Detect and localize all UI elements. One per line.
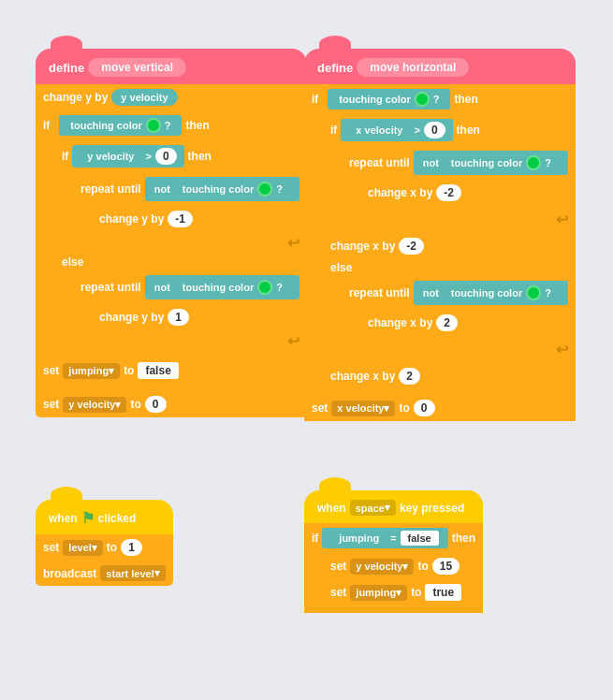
change-x-pos2b-block[interactable]: change x by 2 [323,363,576,389]
true-input[interactable]: true [425,584,461,601]
repeat-label2: repeat until [80,281,141,294]
repeat-row-r2: repeat until not touching color ? [342,276,576,310]
pos2b-input[interactable]: 2 [399,368,420,385]
set-jumping-true-block[interactable]: set jumping to true [323,579,483,605]
repeat-until-r1[interactable]: repeat until not touching color ? [342,146,576,233]
color-dot1[interactable] [146,118,161,133]
change-x-neg2b-block[interactable]: change x by -2 [323,233,576,259]
else-label-r: else [323,259,576,276]
if-jumping-false-block[interactable]: if jumping = false then set y velocity t… [304,523,483,613]
when-clicked-hat[interactable]: when ⚑ clicked [36,500,173,534]
zero2-input[interactable]: 0 [145,396,167,413]
touching-label3: touching color [182,282,254,293]
when-space-group: when space key pressed if jumping = fals… [304,477,483,613]
when-space-hat[interactable]: when space key pressed [304,490,483,523]
y-vel-gt-bool: y velocity > 0 [72,145,183,168]
define-move-vertical-hat[interactable]: define move vertical [36,49,307,84]
repeat-label1: repeat until [80,182,141,196]
change-x2-label: change x by [330,240,395,253]
change-x-pos2-indent: change x by 2 [360,310,576,336]
inner-if-x-vel[interactable]: if x velocity > 0 then repeat until not [323,114,576,395]
color-dot-r1[interactable] [415,92,430,107]
flag-icon: ⚑ [81,509,95,527]
y-vel-dropdown-rb[interactable]: y velocity [350,559,414,575]
one-input[interactable]: 1 [121,539,142,556]
touching-color-label-r1: touching color [339,94,410,105]
then-label2: then [188,150,212,163]
space-dropdown[interactable]: space [350,500,396,516]
if-touching-row-r: if touching color ? then [304,84,576,114]
to-label-r: to [399,401,409,415]
level-dropdown[interactable]: level [63,540,102,556]
to-label2: to [130,398,140,411]
set-y-vel-zero-block[interactable]: set y velocity to 0 [36,391,307,417]
if-touching-row: if touching color ? then [36,110,307,140]
change-y-pos1-block[interactable]: change y by 1 [92,304,307,330]
pos2-input[interactable]: 2 [436,314,458,331]
change-x-pos2-block[interactable]: change x by 2 [360,310,576,336]
define-move-horizontal-hat[interactable]: define move horizontal [304,49,576,84]
not-label-r1: not [423,157,439,168]
zero-input1[interactable]: 0 [155,148,177,165]
outer-if-close [36,384,307,391]
color-dot2[interactable] [257,182,272,197]
workspace: define move vertical change y by y veloc… [0,0,613,700]
touching-color-label1: touching color [70,120,141,131]
set-jumping-label: set [330,586,346,599]
zero-input-r1[interactable]: 0 [424,122,445,139]
set-level-block[interactable]: set level to 1 [36,534,173,561]
color-dot-r2[interactable] [526,155,541,170]
repeat-until-block2[interactable]: repeat until not touching color ? [73,270,307,352]
start-level-dropdown[interactable]: start level [100,565,165,581]
if-x-vel-row: if x velocity > 0 then [323,114,576,146]
curve2: ↩ [287,332,299,350]
to-y-vel-label: to [417,560,428,573]
false-input1[interactable]: false [138,362,178,379]
broadcast-block[interactable]: broadcast start level [36,561,173,586]
repeat-r1-bottom: ↩ [342,206,576,233]
repeat-label-r2: repeat until [349,286,410,299]
change-y-neg1-block[interactable]: change y by -1 [92,206,307,232]
change-x-neg2-indent: change x by -2 [360,180,576,206]
fifteen-input[interactable]: 15 [432,558,460,575]
repeat-until-r2[interactable]: repeat until not touching color ? [342,276,576,363]
jumping2-dropdown[interactable]: jumping [350,585,407,601]
pos1-input[interactable]: 1 [168,309,189,326]
false-val-input[interactable]: false [401,531,439,546]
change-y-pos1-indent: change y by 1 [92,304,307,330]
neg2b-input[interactable]: -2 [399,238,424,255]
color-dot-r3[interactable] [526,285,541,300]
if-touching-outer[interactable]: if touching color ? then if y velocity >… [36,110,307,391]
gt-label1: > [145,151,151,162]
x-vel-dropdown[interactable]: x velocity [331,401,395,416]
zero2-input-r[interactable]: 0 [414,400,435,416]
repeat-until-block1[interactable]: repeat until not touching color ? [73,172,307,254]
repeat-until-row1: repeat until not touching color ? [73,172,307,206]
set-x-vel-zero-block[interactable]: set x velocity to 0 [304,395,576,421]
if-touching-outer-r[interactable]: if touching color ? then if x velocity >… [304,84,576,421]
neg1-input[interactable]: -1 [168,211,193,227]
set-label-r: set [312,401,328,415]
neg2-input[interactable]: -2 [436,184,461,201]
repeat2-bottom: ↩ [73,330,307,352]
change-y-pos-label: change y by [99,311,164,324]
inner-if-y-vel[interactable]: if y velocity > 0 then repeat until not [54,140,307,357]
y-vel-dropdown[interactable]: y velocity [63,397,126,413]
if-label-rb: if [312,532,318,545]
change-x1-label: change x by [368,186,432,199]
touching-color-bool1: touching color ? [59,115,182,136]
change-x3-label: change x by [368,316,432,329]
jumping-dropdown1[interactable]: jumping [63,363,120,379]
define-label-r: define [317,61,353,75]
color-dot3[interactable] [257,280,272,295]
else-text1: else [62,255,83,269]
change-x-neg2-block[interactable]: change x by -2 [360,180,576,206]
set-jumping-false-block[interactable]: set jumping to false [36,357,307,384]
to-label1: to [124,364,134,377]
clicked-label: clicked [98,512,137,525]
when-label-r: when [317,502,346,515]
not-label2: not [154,282,170,293]
jumping-eq-bool: jumping = false [322,528,447,548]
change-y-by-block[interactable]: change y by y velocity [36,84,307,110]
set-y-vel-15-block[interactable]: set y velocity to 15 [323,553,483,579]
